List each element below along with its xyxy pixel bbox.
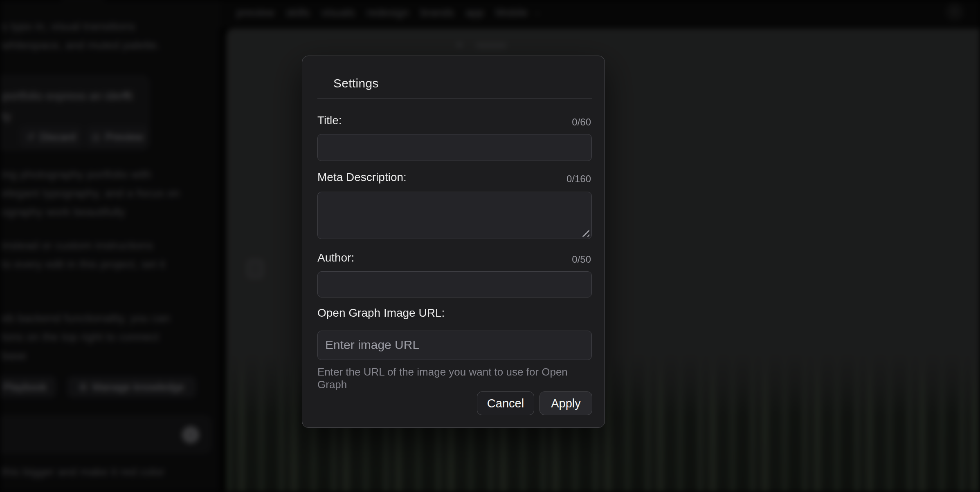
settings-dialog: Settings Title: 0/60 Meta Description: 0… xyxy=(302,56,605,428)
title-label: Title: xyxy=(317,114,342,127)
meta-description-counter: 0/160 xyxy=(566,173,591,185)
meta-description-label: Meta Description: xyxy=(317,171,407,184)
og-image-url-field[interactable] xyxy=(317,331,592,360)
apply-button[interactable]: Apply xyxy=(539,391,592,415)
app-window: preview skills visuals redesign brands a… xyxy=(0,0,980,492)
dialog-title: Settings xyxy=(333,76,379,90)
author-label: Author: xyxy=(317,251,354,264)
cancel-button[interactable]: Cancel xyxy=(477,391,534,415)
meta-description-field[interactable] xyxy=(317,192,592,239)
title-field[interactable] xyxy=(317,134,592,161)
author-counter: 0/50 xyxy=(572,254,591,265)
title-counter: 0/60 xyxy=(572,116,591,128)
og-image-label: Open Graph Image URL: xyxy=(317,306,445,320)
meta-description-wrap xyxy=(317,192,592,239)
og-image-helper-text: Enter the URL of the image you want to u… xyxy=(317,366,592,391)
divider xyxy=(317,98,592,99)
author-field[interactable] xyxy=(317,271,592,297)
